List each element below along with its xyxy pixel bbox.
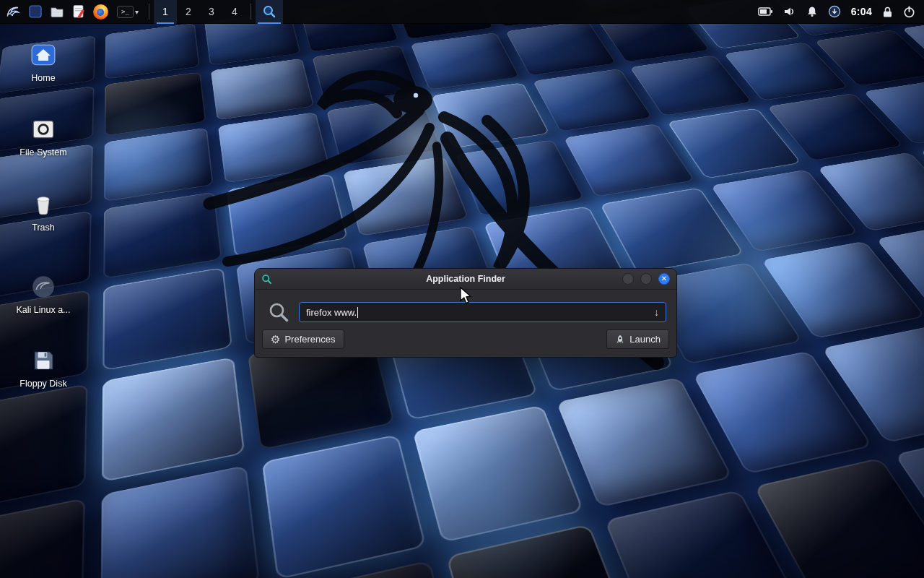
- lock-icon: [882, 6, 893, 18]
- wallpaper-cube: [413, 405, 584, 542]
- screen-lock[interactable]: [882, 0, 893, 23]
- taskbar-application-finder-button[interactable]: [256, 0, 283, 24]
- update-icon: [828, 5, 841, 18]
- desktop-icon-label: Floppy Disk: [19, 379, 66, 389]
- clock[interactable]: 6:04: [851, 6, 872, 17]
- text-caret: [357, 307, 358, 318]
- launch-icon: [615, 335, 625, 345]
- panel-separator: [149, 4, 149, 20]
- top-panel: >_ ▾ 1 2 3 4: [0, 0, 924, 24]
- search-row: firefox www. ↓: [255, 290, 676, 323]
- desktop-root: >_ ▾ 1 2 3 4: [0, 0, 924, 578]
- desktop-icon-floppy-disk[interactable]: Floppy Disk: [9, 348, 78, 389]
- button-row: ⚙ Preferences Launch: [255, 323, 676, 349]
- panel-right-group: 6:04: [758, 0, 924, 23]
- desktop-icon-label: Kali Linux a...: [16, 305, 70, 315]
- updates-indicator[interactable]: [828, 0, 841, 23]
- close-icon: ✕: [661, 275, 667, 282]
- panel-separator: [250, 4, 251, 20]
- launch-button-label: Launch: [629, 334, 661, 345]
- battery-icon: [758, 6, 773, 17]
- battery-indicator[interactable]: [758, 0, 773, 23]
- session-power[interactable]: [903, 0, 915, 23]
- terminal-icon: >_: [117, 6, 134, 18]
- preferences-button-label: Preferences: [284, 334, 335, 345]
- desktop-icon-label: Home: [31, 73, 55, 83]
- maximize-button[interactable]: [640, 273, 652, 285]
- terminal-launcher[interactable]: >_ ▾: [111, 0, 144, 24]
- kali-menu-button[interactable]: [3, 0, 25, 24]
- volume-icon: [783, 6, 796, 17]
- gear-icon: ⚙: [271, 334, 280, 345]
- kali-logo-icon: [6, 4, 22, 20]
- firefox-launcher[interactable]: [90, 0, 111, 24]
- application-finder-window: Application Finder ✕ firefox www. ↓: [254, 268, 677, 358]
- desktop-icon-label: Trash: [32, 223, 55, 233]
- kali-docs-icon: [30, 274, 56, 300]
- notifications[interactable]: [806, 0, 818, 23]
- close-button[interactable]: ✕: [658, 273, 670, 285]
- wallpaper-cube: [100, 465, 259, 578]
- wallpaper-cube: [261, 434, 427, 578]
- workspace-button-1[interactable]: 1: [154, 0, 177, 24]
- workspace-button-3[interactable]: 3: [200, 0, 223, 24]
- search-icon: [268, 301, 289, 323]
- places-icon: [27, 4, 43, 20]
- chevron-down-icon[interactable]: ▾: [135, 8, 139, 16]
- search-input[interactable]: firefox www. ↓: [299, 302, 666, 322]
- power-icon: [903, 6, 915, 18]
- bell-icon: [806, 6, 818, 17]
- minimize-button[interactable]: [622, 273, 634, 285]
- places-launcher[interactable]: [25, 0, 46, 24]
- application-finder-icon: [262, 4, 276, 19]
- wallpaper-cube: [0, 384, 88, 516]
- text-editor-icon: [71, 4, 87, 20]
- wallpaper-cube: [0, 498, 85, 578]
- trash-icon: [30, 191, 56, 217]
- file-system-icon: [30, 116, 56, 142]
- volume-control[interactable]: [783, 0, 796, 23]
- wallpaper-cube: [754, 457, 924, 578]
- desktop-icon-kali-linux[interactable]: Kali Linux a...: [9, 274, 78, 315]
- titlebar[interactable]: Application Finder ✕: [255, 269, 676, 290]
- home-icon: [30, 42, 56, 68]
- firefox-icon: [93, 4, 108, 20]
- history-dropdown-icon[interactable]: ↓: [654, 306, 659, 318]
- file-manager-launcher[interactable]: [46, 0, 68, 24]
- preferences-button[interactable]: ⚙ Preferences: [262, 329, 344, 349]
- launch-button[interactable]: Launch: [606, 329, 669, 349]
- desktop-icon-home[interactable]: Home: [9, 42, 78, 83]
- workspace-button-2[interactable]: 2: [177, 0, 200, 24]
- panel-left-group: >_ ▾ 1 2 3 4: [0, 0, 283, 23]
- workspace-button-4[interactable]: 4: [223, 0, 246, 24]
- floppy-disk-icon: [30, 348, 56, 374]
- file-manager-icon: [49, 4, 65, 20]
- desktop-icon-trash[interactable]: Trash: [9, 191, 78, 233]
- window-title: Application Finder: [255, 274, 676, 284]
- desktop-icon-file-system[interactable]: File System: [9, 116, 78, 158]
- text-editor-launcher[interactable]: [68, 0, 90, 24]
- desktop-icon-label: File System: [19, 147, 66, 158]
- search-input-value: firefox www.: [306, 307, 357, 318]
- window-controls: ✕: [622, 273, 670, 285]
